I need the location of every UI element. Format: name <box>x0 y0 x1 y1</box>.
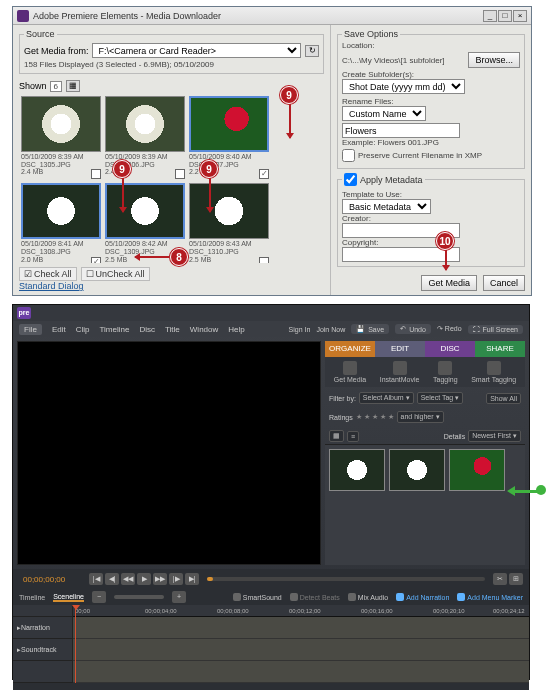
create-subfolder-select[interactable]: Shot Date (yyyy mm dd) <box>342 79 465 94</box>
file-status-line: 158 Files Displayed (3 Selected - 6.9MB)… <box>24 60 319 69</box>
tab-edit[interactable]: EDIT <box>375 341 425 357</box>
close-button[interactable]: × <box>513 10 527 22</box>
fullscreen-button[interactable]: ⛶ Full Screen <box>468 325 523 334</box>
narration-track-label[interactable]: ▸ Narration <box>13 617 72 639</box>
grid-view-icon[interactable]: ▦ <box>329 430 344 442</box>
joinnow-link[interactable]: Join Now <box>316 326 345 333</box>
get-media-tool[interactable]: Get Media <box>334 361 366 383</box>
thumbnail-image <box>189 183 269 239</box>
zoom-in-button[interactable]: + <box>172 591 186 603</box>
instantmovie-tool[interactable]: InstantMovie <box>380 361 420 383</box>
smart-tagging-icon <box>487 361 501 375</box>
apply-metadata-fieldset: Apply Metadata Template to Use: Basic Me… <box>337 173 525 267</box>
soundtrack-track-label[interactable]: ▸ Soundtrack <box>13 639 72 661</box>
media-thumbnail[interactable]: 05/10/2009 8:43 AMDSC_1310.JPG2.5 MB <box>189 183 269 263</box>
monitor-panel[interactable] <box>17 341 321 565</box>
media-thumbnail[interactable]: 05/10/2009 8:41 AMDSC_1308.JPG2.0 MB✓ <box>21 183 101 263</box>
menu-file[interactable]: File <box>19 324 42 335</box>
redo-button[interactable]: ↷ Redo <box>437 325 462 333</box>
callout-arrow <box>122 178 124 212</box>
undo-button[interactable]: ↶ Undo <box>395 324 431 334</box>
rename-text-input[interactable] <box>342 123 460 138</box>
view-mode-button[interactable]: ▦ <box>66 80 80 92</box>
step-back-button[interactable]: ◀| <box>105 573 119 585</box>
zoom-slider[interactable] <box>114 595 164 599</box>
and-higher-dropdown[interactable]: and higher ▾ <box>397 411 444 423</box>
thumbnail-checkbox[interactable] <box>175 169 185 179</box>
tool-button[interactable]: ✂ <box>493 573 507 585</box>
detect-beats-button[interactable]: Detect Beats <box>290 593 340 601</box>
callout-9: 9 <box>280 86 298 104</box>
menu-title[interactable]: Title <box>165 325 180 334</box>
timeline-tab[interactable]: Timeline <box>19 594 45 601</box>
browse-button[interactable]: Browse... <box>468 52 520 68</box>
current-time-indicator[interactable] <box>75 605 76 683</box>
minimize-button[interactable]: _ <box>483 10 497 22</box>
mix-audio-button[interactable]: Mix Audio <box>348 593 388 601</box>
sort-dropdown[interactable]: Newest First ▾ <box>468 430 521 442</box>
time-ruler[interactable]: 00;00 00;00;04;00 00;00;08;00 00;00;12;0… <box>73 605 529 617</box>
show-all-button[interactable]: Show All <box>486 393 521 404</box>
step-fwd-button[interactable]: |▶ <box>169 573 183 585</box>
goto-end-button[interactable]: ▶| <box>185 573 199 585</box>
play-button[interactable]: ▶ <box>137 573 151 585</box>
sceneline-tab[interactable]: Sceneline <box>53 593 84 602</box>
rewind-button[interactable]: ◀◀ <box>121 573 135 585</box>
menu-help[interactable]: Help <box>228 325 244 334</box>
goto-start-button[interactable]: |◀ <box>89 573 103 585</box>
smartsound-button[interactable]: SmartSound <box>233 593 282 601</box>
thumbnail-checkbox[interactable]: ✓ <box>259 169 269 179</box>
preserve-filename-checkbox[interactable]: Preserve Current Filename in XMP <box>342 149 520 162</box>
apply-metadata-checkbox[interactable] <box>344 173 357 186</box>
rename-files-select[interactable]: Custom Name <box>342 106 426 121</box>
refresh-icon[interactable]: ↻ <box>305 45 319 57</box>
add-menu-marker-button[interactable]: Add Menu Marker <box>457 593 523 601</box>
timecode-display[interactable]: 00;00;00;00 <box>23 575 65 584</box>
thumbnail-checkbox[interactable] <box>259 257 269 263</box>
star-rating[interactable]: ★ ★ ★ ★ ★ <box>356 413 394 421</box>
tab-disc-menus[interactable]: DISC MENUS <box>425 341 475 357</box>
titlebar[interactable]: Adobe Premiere Elements - Media Download… <box>13 7 531 25</box>
uncheck-all-button[interactable]: ☐ UnCheck All <box>81 267 150 281</box>
template-select[interactable]: Basic Metadata <box>342 199 431 214</box>
green-callout-arrow <box>510 490 538 493</box>
save-button[interactable]: 💾 Save <box>351 324 389 334</box>
list-view-icon[interactable]: ≡ <box>347 431 359 442</box>
timeline-panel: ▸ Narration ▸ Soundtrack 00;00 00;00;04;… <box>13 605 529 683</box>
cancel-button[interactable]: Cancel <box>483 275 525 291</box>
browser-thumbnail[interactable] <box>329 449 385 491</box>
add-narration-button[interactable]: Add Narration <box>396 593 449 601</box>
menu-disc[interactable]: Disc <box>139 325 155 334</box>
browser-thumbnail[interactable] <box>449 449 505 491</box>
standard-dialog-link[interactable]: Standard Dialog <box>19 281 324 291</box>
timeline-tracks[interactable]: 00;00 00;00;04;00 00;00;08;00 00;00;12;0… <box>73 605 529 683</box>
select-tag-dropdown[interactable]: Select Tag ▾ <box>417 392 464 404</box>
status-bar <box>13 683 529 690</box>
tab-share[interactable]: SHARE <box>475 341 525 357</box>
get-media-button[interactable]: Get Media <box>421 275 477 291</box>
signin-link[interactable]: Sign In <box>289 326 311 333</box>
menu-clip[interactable]: Clip <box>76 325 90 334</box>
menu-window[interactable]: Window <box>190 325 218 334</box>
media-thumbnail[interactable]: 05/10/2009 8:39 AMDSC_1305.JPG2.4 MB <box>21 96 101 179</box>
check-all-button[interactable]: ☑ Check All <box>19 267 77 281</box>
thumbnail-checkbox[interactable]: ✓ <box>91 257 101 263</box>
thumbnail-checkbox[interactable] <box>91 169 101 179</box>
tab-organize[interactable]: ORGANIZE <box>325 341 375 357</box>
browser-thumbnail[interactable] <box>389 449 445 491</box>
get-media-from-select[interactable]: F:\<Camera or Card Reader> <box>92 43 301 58</box>
details-label[interactable]: Details <box>444 433 465 440</box>
menu-edit[interactable]: Edit <box>52 325 66 334</box>
maximize-button[interactable]: □ <box>498 10 512 22</box>
shuttle-scrubber[interactable] <box>207 577 485 581</box>
filter-by-label: Filter by: <box>329 395 356 402</box>
tool-button[interactable]: ⊞ <box>509 573 523 585</box>
shown-label: Shown <box>19 81 47 91</box>
fastforward-button[interactable]: ▶▶ <box>153 573 167 585</box>
smart-tagging-tool[interactable]: Smart Tagging <box>471 361 516 383</box>
tagging-tool[interactable]: Tagging <box>433 361 458 383</box>
select-album-dropdown[interactable]: Select Album ▾ <box>359 392 414 404</box>
zoom-out-button[interactable]: − <box>92 591 106 603</box>
menu-timeline[interactable]: Timeline <box>99 325 129 334</box>
template-label: Template to Use: <box>342 190 520 199</box>
